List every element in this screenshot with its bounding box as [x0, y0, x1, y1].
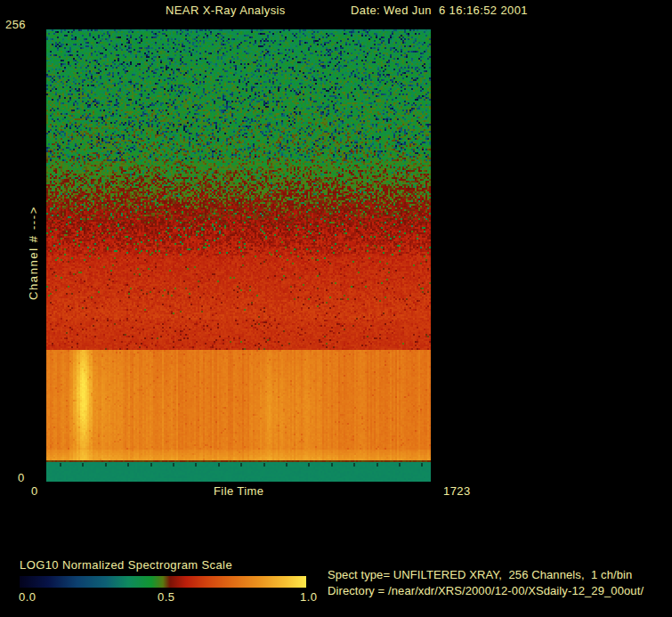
colorbar-tick-max: 1.0	[300, 591, 317, 603]
x-axis-min-label: 0	[31, 485, 38, 497]
y-axis-max-label: 256	[5, 19, 26, 30]
x-axis-max-label: 1723	[443, 485, 471, 497]
colorbar-title: LOG10 Normalized Spectrogram Scale	[20, 559, 232, 571]
spectrogram-canvas	[46, 29, 431, 482]
colorbar-tick-mid: 0.5	[158, 591, 174, 603]
y-axis-title: Channel # --->	[28, 206, 39, 300]
directory-line: Directory = /near/xdr/XRS/2000/12-00/XSd…	[328, 585, 644, 597]
y-axis-min-label: 0	[18, 472, 25, 483]
spect-type-line: Spect type= UNFILTERED XRAY, 256 Channel…	[328, 569, 632, 580]
page-title: NEAR X-Ray Analysis	[166, 4, 286, 16]
colorbar-tick-min: 0.0	[19, 591, 36, 603]
x-axis-title: File Time	[214, 485, 263, 497]
near-xray-analysis-window: NEAR X-Ray Analysis Date: Wed Jun 6 16:1…	[0, 0, 672, 617]
colorbar-gradient	[20, 576, 306, 588]
date-label: Date: Wed Jun 6 16:16:52 2001	[351, 4, 528, 16]
